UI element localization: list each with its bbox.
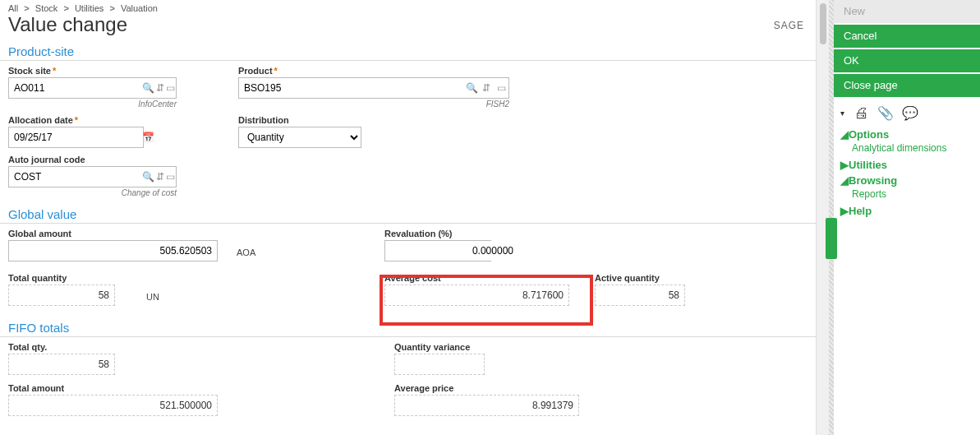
utilities-group[interactable]: ▶Utilities xyxy=(840,159,973,171)
search-icon[interactable]: 🔍 xyxy=(142,78,154,98)
distribution-label: Distribution xyxy=(238,115,518,125)
analytical-dimensions-link[interactable]: Analytical dimensions xyxy=(840,141,973,155)
search-icon[interactable]: 🔍 xyxy=(464,78,479,98)
new-button: New xyxy=(834,0,980,23)
revaluation-wrap xyxy=(384,240,491,261)
fifo-total-amount-value: 521.500000 xyxy=(8,395,218,416)
total-qty-label: Total quantity xyxy=(8,273,131,283)
chevron-right-icon: > xyxy=(63,3,68,13)
product-label: Product* xyxy=(238,66,518,76)
crumb-all[interactable]: All xyxy=(8,3,18,13)
fifo-total-amount-label: Total amount xyxy=(8,383,394,393)
global-amount-unit: AOA xyxy=(237,248,384,257)
fifo-total-qty-value: 58 xyxy=(8,354,115,375)
total-qty-value: 58 xyxy=(8,285,115,306)
global-amount-input[interactable] xyxy=(9,241,217,261)
global-amount-label: Global amount xyxy=(8,229,222,238)
allocation-date-input[interactable] xyxy=(9,127,142,147)
section-product-site: Product-site xyxy=(0,41,816,61)
ok-button[interactable]: OK xyxy=(834,49,980,72)
panel-divider[interactable] xyxy=(829,0,834,435)
active-qty-value: 58 xyxy=(595,285,685,306)
stock-site-input[interactable] xyxy=(9,78,142,98)
card-icon[interactable]: ▭ xyxy=(494,78,508,98)
browsing-group[interactable]: ◢Browsing xyxy=(840,174,973,187)
cancel-button[interactable]: Cancel xyxy=(834,25,980,48)
print-icon[interactable]: 🖨 xyxy=(854,104,869,122)
panel-collapse-handle[interactable] xyxy=(826,218,837,259)
stock-site-label: Stock site* xyxy=(8,66,189,76)
chevron-down-icon[interactable]: ▾ xyxy=(840,109,844,118)
options-group[interactable]: ◢Options xyxy=(840,128,973,141)
crumb-utilities[interactable]: Utilities xyxy=(75,3,104,13)
action-icon[interactable]: ⇵ xyxy=(154,167,165,187)
section-global-value: Global value xyxy=(0,204,816,224)
revaluation-input[interactable] xyxy=(385,241,518,261)
comment-icon[interactable]: 💬 xyxy=(902,105,918,121)
fifo-total-qty-label: Total qty. xyxy=(8,342,394,352)
auto-journal-label: Auto journal code xyxy=(8,155,189,164)
distribution-select[interactable]: Quantity xyxy=(238,127,361,148)
allocation-date-wrap: 📅 xyxy=(8,127,144,148)
fifo-avg-price-label: Average price xyxy=(394,383,591,393)
fifo-qty-var-value xyxy=(394,354,485,375)
revaluation-label: Revaluation (%) xyxy=(384,229,508,238)
search-icon[interactable]: 🔍 xyxy=(142,167,154,187)
auto-journal-input[interactable] xyxy=(9,167,142,187)
chevron-right-icon: > xyxy=(109,3,114,13)
fifo-avg-price-value: 8.991379 xyxy=(394,395,579,416)
attachment-icon[interactable]: 📎 xyxy=(877,105,894,121)
close-page-button[interactable]: Close page xyxy=(834,74,980,97)
reports-link[interactable]: Reports xyxy=(840,187,973,201)
calendar-icon[interactable]: 📅 xyxy=(142,127,154,147)
chevron-right-icon: > xyxy=(24,3,29,13)
brand-label: SAGE xyxy=(774,20,804,31)
action-icon[interactable]: ⇵ xyxy=(154,78,165,98)
scrollbar-thumb[interactable] xyxy=(820,3,826,44)
product-helper: FISH2 xyxy=(238,99,509,109)
page-title: Value change xyxy=(8,13,127,36)
total-qty-unit: UN xyxy=(146,292,384,302)
card-icon[interactable]: ▭ xyxy=(165,78,176,98)
allocation-date-label: Allocation date* xyxy=(8,115,189,125)
avg-cost-label: Average cost xyxy=(384,273,582,283)
avg-cost-value: 8.717600 xyxy=(384,285,569,306)
help-group[interactable]: ▶Help xyxy=(840,205,973,217)
fifo-qty-var-label: Quantity variance xyxy=(394,342,591,352)
product-input-wrap: 🔍 ⇵ ▭ xyxy=(238,77,509,99)
card-icon[interactable]: ▭ xyxy=(165,167,176,187)
breadcrumb: All > Stock > Utilities > Valuation xyxy=(0,0,816,13)
crumb-stock[interactable]: Stock xyxy=(35,3,58,13)
action-icon[interactable]: ⇵ xyxy=(479,78,494,98)
stock-site-helper: InfoCenter xyxy=(8,99,177,109)
section-fifo-totals: FIFO totals xyxy=(0,317,816,337)
global-amount-wrap xyxy=(8,240,218,261)
stock-site-input-wrap: 🔍 ⇵ ▭ xyxy=(8,77,177,99)
auto-journal-helper: Change of cost xyxy=(8,188,177,197)
active-qty-label: Active quantity xyxy=(595,273,718,283)
crumb-valuation[interactable]: Valuation xyxy=(121,3,158,13)
side-panel: New Cancel OK Close page ▾ 🖨 📎 💬 ◢Option… xyxy=(834,0,980,435)
auto-journal-wrap: 🔍 ⇵ ▭ xyxy=(8,166,177,187)
product-input[interactable] xyxy=(239,78,464,98)
